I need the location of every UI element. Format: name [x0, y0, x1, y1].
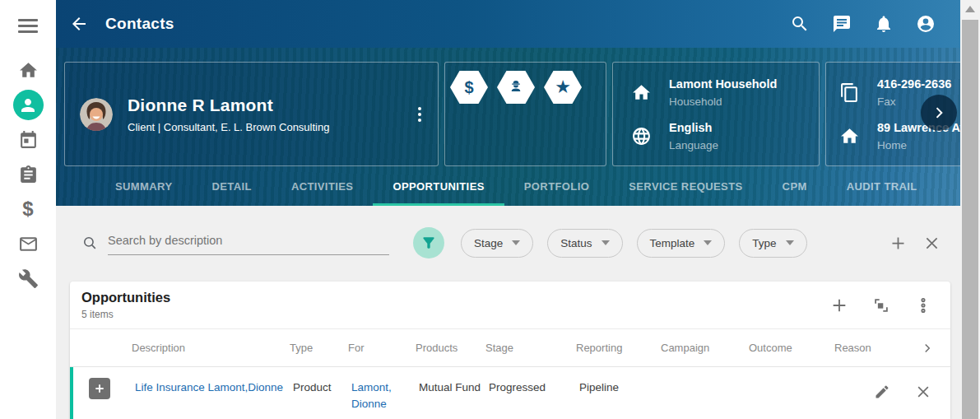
tab-summary[interactable]: SUMMARY [95, 166, 192, 206]
badges-card: $ ★ [444, 62, 606, 166]
tab-portfolio[interactable]: PORTFOLIO [504, 166, 609, 206]
home-icon [18, 60, 39, 81]
carousel-next-button[interactable] [921, 95, 957, 131]
dropdown-template[interactable]: Template [637, 229, 726, 258]
dollar-hex-icon: $ [464, 78, 473, 97]
chevron-down-icon [704, 240, 712, 245]
cell-products: Mutual Fund [419, 367, 489, 396]
star-hex-icon: ★ [555, 78, 571, 96]
globe-icon [631, 126, 652, 147]
column-for[interactable]: For [348, 342, 416, 354]
sidebar-item-tasks[interactable] [12, 158, 44, 191]
dropdown-type[interactable]: Type [739, 229, 806, 258]
cell-stage: Progressed [489, 367, 579, 396]
chevron-down-icon [512, 240, 520, 245]
dropdown-stage-label: Stage [474, 237, 503, 249]
tab-detail[interactable]: DETAIL [192, 166, 271, 206]
fax-value: 416-296-2636 [877, 77, 951, 91]
sidebar-item-finance[interactable]: $ [12, 193, 44, 226]
home-icon [631, 82, 652, 103]
add-filter-button[interactable] [889, 235, 907, 252]
dropdown-status-label: Status [560, 237, 592, 249]
notifications-bell-icon[interactable] [874, 14, 894, 34]
delete-x-icon[interactable] [915, 384, 931, 400]
clear-filters-button[interactable] [923, 235, 941, 252]
scrollbar-thumb[interactable] [962, 20, 978, 419]
worker-hex-badge[interactable] [497, 71, 535, 104]
hamburger-menu-icon[interactable] [18, 16, 38, 36]
dropdown-stage[interactable]: Stage [461, 229, 533, 258]
sidebar-item-mail[interactable] [12, 227, 44, 260]
edit-pencil-icon[interactable] [874, 384, 890, 400]
item-count: 5 items [81, 309, 170, 320]
sidebar-item-calendar[interactable] [12, 123, 44, 156]
opportunity-description-link[interactable]: Life Insurance Lamont,Dionne [135, 381, 283, 393]
back-arrow-icon[interactable] [69, 14, 89, 34]
tab-cpm[interactable]: CPM [763, 166, 827, 206]
sidebar-item-contacts[interactable] [13, 90, 44, 120]
search-icon [82, 235, 98, 251]
select-frame-icon [872, 296, 890, 314]
opportunity-type-badge [89, 378, 110, 399]
account-icon[interactable] [916, 14, 936, 34]
column-reporting[interactable]: Reporting [576, 342, 661, 354]
column-type[interactable]: Type [290, 342, 348, 354]
household-label: Household [669, 95, 777, 108]
pages-icon [839, 82, 860, 103]
avatar[interactable] [80, 98, 113, 131]
filter-button[interactable] [413, 227, 444, 258]
vertical-scrollbar[interactable] [960, 0, 980, 419]
scroll-up-arrow[interactable] [960, 0, 980, 18]
search-input[interactable] [108, 230, 389, 255]
more-columns-button[interactable] [920, 341, 935, 356]
chevron-down-icon [786, 240, 794, 245]
plus-icon [830, 296, 848, 314]
sidebar-item-tools[interactable] [12, 262, 44, 295]
column-reason[interactable]: Reason [834, 342, 871, 354]
contact-name: Dionne R Lamont [128, 95, 329, 115]
person-icon [18, 95, 38, 115]
dropdown-status[interactable]: Status [547, 229, 622, 258]
profile-card: Dionne R Lamont Client | Consultant, E. … [64, 62, 439, 166]
household-row[interactable]: Lamont Household Household [631, 77, 819, 108]
cell-campaign [664, 367, 752, 379]
plus-icon [889, 235, 907, 252]
cell-reporting: Pipeline [579, 367, 664, 396]
chevron-right-icon [931, 105, 947, 121]
tab-audit-trail[interactable]: AUDIT TRAIL [827, 166, 937, 206]
search-icon[interactable] [790, 14, 810, 34]
cell-outcome [752, 367, 838, 379]
dollar-hex-badge[interactable]: $ [450, 71, 488, 104]
tab-service-requests[interactable]: SERVICE REQUESTS [609, 166, 762, 206]
content-area: Opportunities 5 items [56, 280, 960, 419]
column-stage[interactable]: Stage [485, 342, 576, 354]
column-products[interactable]: Products [416, 342, 485, 354]
tab-activities[interactable]: ACTIVITIES [272, 166, 374, 206]
kebab-menu-icon [914, 296, 932, 314]
table-row[interactable]: Life Insurance Lamont,Dionne Product Lam… [70, 367, 950, 419]
profile-overflow-menu-icon[interactable] [413, 102, 426, 127]
sidebar-item-home[interactable] [12, 54, 44, 86]
calendar-icon [18, 130, 39, 151]
filter-funnel-icon [420, 235, 437, 251]
column-campaign[interactable]: Campaign [661, 342, 749, 354]
column-outcome[interactable]: Outcome [749, 342, 834, 354]
contact-hero-banner: Dionne R Lamont Client | Consultant, E. … [56, 48, 960, 206]
star-hex-badge[interactable]: ★ [544, 71, 582, 104]
column-description[interactable]: Description [132, 342, 290, 354]
wrench-icon [18, 268, 39, 289]
left-rail: $ [0, 0, 56, 419]
contact-tabs: SUMMARY DETAIL ACTIVITIES OPPORTUNITIES … [56, 166, 960, 206]
add-opportunity-button[interactable] [830, 296, 848, 314]
top-app-bar: Contacts [56, 0, 960, 48]
expand-selection-button[interactable] [872, 296, 890, 314]
mail-icon [18, 234, 39, 254]
tab-opportunities[interactable]: OPPORTUNITIES [373, 166, 504, 206]
card-overflow-menu[interactable] [914, 296, 932, 314]
language-row[interactable]: English Language [631, 121, 819, 151]
home-icon [839, 126, 860, 147]
opportunity-for-link[interactable]: Lamont, Dionne [351, 381, 392, 410]
household-value: Lamont Household [669, 77, 777, 91]
chat-icon[interactable] [832, 14, 852, 34]
dropdown-template-label: Template [650, 237, 695, 249]
